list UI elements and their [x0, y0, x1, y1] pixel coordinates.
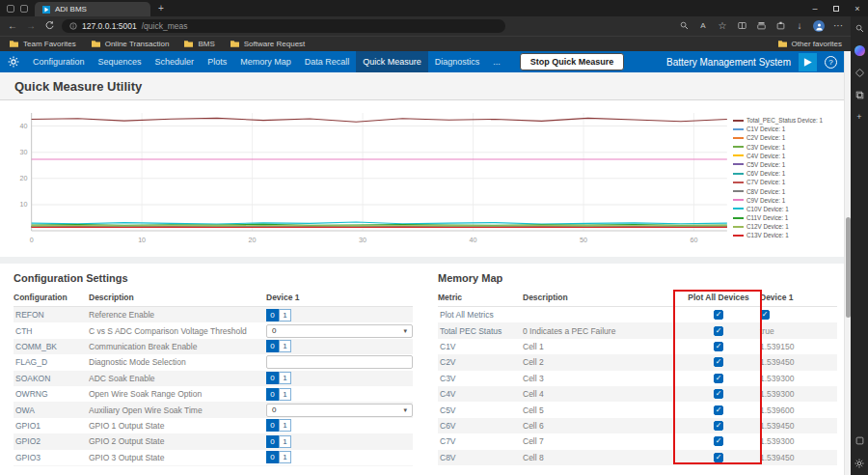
toggle-option-1[interactable]: 1: [279, 309, 291, 321]
zoom-icon[interactable]: [678, 21, 690, 32]
site-info-icon[interactable]: [69, 22, 77, 30]
nav-item-plots[interactable]: Plots: [201, 51, 233, 72]
plot-all-checkbox[interactable]: ✓: [714, 310, 723, 320]
legend-swatch: [733, 208, 744, 210]
toggle-option-0[interactable]: 0: [266, 388, 279, 401]
favorites-item-online-transaction[interactable]: Online Transaction: [91, 40, 170, 48]
toggle-option-1[interactable]: 1: [279, 388, 291, 401]
svg-text:30: 30: [20, 149, 28, 156]
favorites-item-software-request[interactable]: Software Request: [230, 40, 306, 48]
close-button[interactable]: ×: [847, 0, 868, 16]
tab-actions-icon[interactable]: [20, 5, 28, 13]
nav-item-data-recall[interactable]: Data Recall: [298, 51, 357, 72]
legend-item-c6v[interactable]: C6V Device: 1: [733, 170, 843, 177]
page-scrollbar[interactable]: [844, 51, 851, 475]
toggle-option-1[interactable]: 1: [279, 435, 291, 448]
nav-item-quick-measure[interactable]: Quick Measure: [356, 51, 428, 72]
legend-item-c10v[interactable]: C10V Device: 1: [733, 206, 843, 212]
new-tab-button[interactable]: +: [158, 3, 164, 14]
sidebar-collections-icon[interactable]: [854, 90, 865, 100]
favorites-item-bms[interactable]: BMS: [183, 40, 214, 48]
plot-all-checkbox[interactable]: ✓: [714, 421, 723, 431]
downloads-icon[interactable]: ↓: [794, 21, 805, 31]
plot-all-checkbox[interactable]: ✓: [714, 436, 723, 446]
config-panel: Configuration Settings Configuration Des…: [14, 272, 413, 466]
plot-all-checkbox[interactable]: ✓: [714, 357, 723, 367]
scrollbar-thumb[interactable]: [846, 217, 851, 318]
legend-item-c7v[interactable]: C7V Device: 1: [733, 179, 843, 185]
settings-gear-icon[interactable]: [8, 56, 19, 68]
legend-item-c8v[interactable]: C8V Device: 1: [733, 188, 843, 195]
legend-item-c3v[interactable]: C3V Device: 1: [733, 144, 843, 151]
nav-item-diagnostics[interactable]: Diagnostics: [428, 51, 487, 72]
other-favorites[interactable]: Other favorites: [777, 40, 842, 48]
plot-all-checkbox[interactable]: ✓: [714, 405, 723, 415]
settings-menu-icon[interactable]: ···: [832, 21, 844, 31]
split-screen-icon[interactable]: [736, 21, 747, 32]
minimize-button[interactable]: –: [804, 0, 826, 16]
toggle-option-0[interactable]: 0: [266, 451, 279, 463]
legend-item-c4v[interactable]: C4V Device: 1: [733, 153, 843, 159]
back-button[interactable]: ←: [7, 21, 18, 31]
folder-icon: [9, 40, 19, 48]
nav-item-scheduler[interactable]: Scheduler: [149, 51, 202, 72]
refresh-icon: [44, 20, 54, 30]
favorite-star-icon[interactable]: ☆: [717, 21, 728, 31]
toggle-option-1[interactable]: 1: [279, 372, 291, 384]
toggle-option-0[interactable]: 0: [266, 372, 279, 384]
sidebar-search-icon[interactable]: [854, 23, 865, 34]
legend-item-c12v[interactable]: C12V Device: 1: [733, 223, 843, 230]
toggle-option-1[interactable]: 1: [279, 419, 291, 432]
legend-item-c11v[interactable]: C11V Device: 1: [733, 214, 843, 221]
plot-all-checkbox[interactable]: ✓: [714, 374, 723, 383]
nav-item-memory-map[interactable]: Memory Map: [233, 51, 298, 72]
adi-logo[interactable]: [799, 53, 817, 71]
select-owa[interactable]: 0▾: [266, 404, 413, 417]
legend-item-c13v[interactable]: C13V Device: 1: [733, 232, 843, 238]
legend-item-c2v[interactable]: C2V Device: 1: [733, 134, 843, 141]
device1-checkbox[interactable]: ✓: [760, 310, 770, 320]
memory-device1-cell: 1.539300: [760, 374, 837, 383]
nav-item-sequences[interactable]: Sequences: [92, 51, 149, 72]
nav-item-configuration[interactable]: Configuration: [26, 51, 92, 72]
memory-row-total-pec-status: Total PEC Status0 Indicates a PEC Failur…: [438, 322, 837, 338]
help-button[interactable]: ?: [825, 56, 837, 69]
toggle-option-0[interactable]: 0: [266, 435, 279, 448]
toggle-option-0[interactable]: 0: [266, 419, 279, 432]
legend-item-c9v[interactable]: C9V Device: 1: [733, 197, 843, 204]
legend-item-c1v[interactable]: C1V Device: 1: [733, 126, 843, 132]
sidebar-settings-icon[interactable]: [854, 458, 865, 468]
toggle-option-1[interactable]: 1: [279, 451, 291, 463]
device1-value: 1.539600: [760, 405, 794, 415]
refresh-button[interactable]: [43, 20, 55, 32]
address-host: 127.0.0.1:5001: [82, 21, 137, 31]
text-input-flag-d[interactable]: [266, 355, 413, 369]
maximize-button[interactable]: [826, 0, 847, 16]
legend-item-c5v[interactable]: C5V Device: 1: [733, 161, 843, 168]
profile-avatar[interactable]: [813, 20, 825, 32]
nav-item-overflow[interactable]: ...: [486, 51, 507, 72]
forward-button[interactable]: →: [25, 21, 37, 31]
browser-tab[interactable]: ADI BMS: [35, 2, 150, 16]
toggle-option-0[interactable]: 0: [266, 309, 279, 321]
select-cth[interactable]: 0▾: [266, 324, 413, 338]
chart-svg[interactable]: 010203040506010203040: [6, 105, 733, 250]
shopping-icon[interactable]: [854, 68, 865, 78]
plot-all-checkbox[interactable]: ✓: [714, 342, 723, 351]
favorites-item-team-favorites[interactable]: Team Favorites: [9, 40, 76, 48]
plot-all-checkbox[interactable]: ✓: [714, 389, 723, 399]
stop-quick-measure-button[interactable]: Stop Quick Measure: [520, 53, 625, 70]
sidebar-add-icon[interactable]: +: [854, 112, 865, 123]
legend-item-total-pec-status[interactable]: Total_PEC_Status Device: 1: [733, 117, 843, 124]
plot-all-checkbox[interactable]: ✓: [714, 453, 723, 462]
plot-all-checkbox[interactable]: ✓: [714, 326, 723, 336]
read-aloud-icon[interactable]: A: [697, 22, 709, 30]
copilot-icon[interactable]: [854, 45, 865, 56]
address-bar[interactable]: 127.0.0.1:5001/quick_meas: [62, 19, 505, 33]
extensions-icon[interactable]: [774, 21, 786, 32]
collections-icon[interactable]: [755, 21, 767, 32]
sidebar-tools-icon[interactable]: [854, 435, 865, 446]
workspaces-icon[interactable]: [7, 5, 14, 13]
toggle-option-1[interactable]: 1: [279, 340, 291, 352]
toggle-option-0[interactable]: 0: [266, 340, 279, 352]
